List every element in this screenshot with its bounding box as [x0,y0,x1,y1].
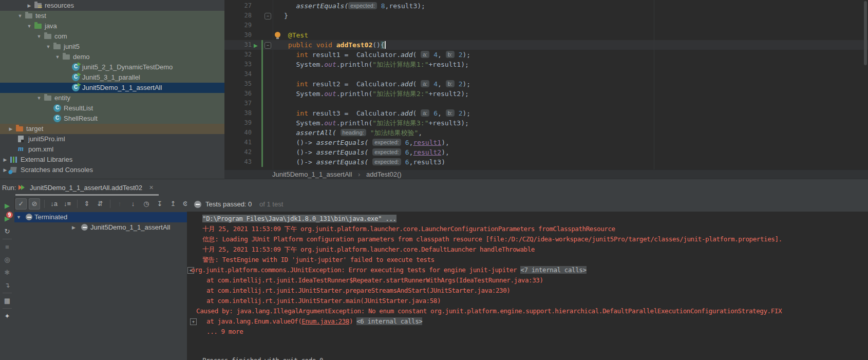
editor-line-32[interactable]: 32 int result1 = Calculator.add( a: 4, b… [224,50,868,60]
chevron-expanded-icon[interactable]: ▼ [17,11,23,21]
tree-item-scratches-and-consoles[interactable]: ▶Scratches and Consoles [0,165,224,175]
editor-scrollbar[interactable] [864,1,867,65]
show-passed-button[interactable]: ✓ [15,198,27,210]
tree-item-test[interactable]: ▼test [0,11,224,21]
rerun-button[interactable]: ▶ [0,200,14,212]
tree-item-resultlist[interactable]: CResultList [0,103,224,113]
attach-debugger-button[interactable]: ↴ [0,280,14,291]
line-number[interactable]: 30 [224,30,252,40]
stacktrace-link[interactable]: Enum.java:238 [301,317,349,325]
test-node-junit5demo-1-1-assertall[interactable]: ▶Junit5Demo_1_1_assertAll [14,222,187,233]
test-node-terminated[interactable]: ▼Terminated [14,212,187,222]
line-number[interactable]: 32 [224,50,252,60]
line-number[interactable]: 37 [224,99,252,108]
editor-line-39[interactable]: 39 System.out.println("加法计算结果3:"+result3… [224,118,868,128]
chevron-expanded-icon[interactable]: ▼ [45,42,51,52]
line-number[interactable]: 28 [224,11,252,21]
line-number[interactable]: 43 [224,157,252,167]
editor[interactable]: 27 assertEquals(expected: 8,result3);28−… [224,0,868,179]
rerun-failed-tests-button[interactable]: ▶9 [0,213,14,224]
editor-line-29[interactable]: 29 [224,21,868,30]
previous-failed-test-button[interactable]: ↑ [114,198,125,210]
chevron-expanded-icon[interactable]: ▼ [36,31,42,42]
breadcrumb-method[interactable]: addTest02() [366,170,402,178]
run-console[interactable]: "D:\Program Files\Java\jdk1.8.0_131\bin\… [187,212,868,360]
tree-item-resources[interactable]: ▶resources [0,1,224,11]
expand-stacktrace-icon[interactable]: + [190,318,197,325]
tree-item-junit5pro-iml[interactable]: junit5Pro.iml [0,134,224,144]
chevron-expanded-icon[interactable]: ▼ [16,212,21,222]
chevron-collapsed-icon[interactable]: ▶ [2,165,8,175]
show-ignored-button[interactable]: ⊘ [29,198,40,210]
line-number[interactable]: 40 [224,128,252,138]
test-history-button[interactable]: ◷ [141,198,152,210]
import-test-results-button[interactable]: ↧ [154,198,165,210]
tree-item-junit5[interactable]: ▼junit5 [0,42,224,52]
coverage-button[interactable]: ✱ [0,267,14,278]
line-number[interactable]: 33 [224,60,252,69]
editor-line-28[interactable]: 28−} [224,11,868,21]
fold-marker-icon[interactable]: − [265,13,271,20]
tree-item-entity[interactable]: ▼entity [0,93,224,103]
tree-item-com[interactable]: ▼com [0,31,224,42]
tree-item-junit5-2-1-dynamictestdemo[interactable]: Cjunit5_2_1_DynamicTestDemo [0,62,224,72]
tree-item-demo[interactable]: ▼demo [0,52,224,62]
tree-item-junit5demo-1-1-assertall[interactable]: CJunit5Demo_1_1_assertAll [0,83,224,93]
run-test-gutter-icon[interactable]: ▶ [254,41,258,50]
dump-threads-button[interactable]: ◎ [0,254,14,266]
close-tab-icon[interactable]: × [149,183,154,192]
tree-item-target[interactable]: ▶target [0,124,224,134]
editor-line-30[interactable]: 30 @Test [224,30,868,40]
line-number[interactable]: 42 [224,147,252,157]
editor-line-42[interactable]: 42 ()-> assertEquals( expected: 6,result… [224,147,868,157]
editor-line-27[interactable]: 27 assertEquals(expected: 8,result3); [224,1,868,11]
breadcrumb-class[interactable]: Junit5Demo_1_1_assertAll [272,170,352,178]
export-test-results-button[interactable]: ↥ [167,198,179,210]
editor-line-34[interactable]: 34 [224,69,868,79]
stop-button[interactable]: ■ [0,241,14,253]
tree-item-junit5-3-1-parallel[interactable]: CJunit5_3_1_parallel [0,72,224,83]
chevron-expanded-icon[interactable]: ▼ [36,93,42,103]
sort-by-duration-button[interactable]: ↓≡ [62,198,73,210]
chevron-collapsed-icon[interactable]: ▶ [2,155,8,165]
collapse-all-button[interactable]: ⇵ [95,198,106,210]
editor-line-41[interactable]: 41 ()-> assertEquals( expected: 6,result… [224,138,868,147]
chevron-collapsed-icon[interactable]: ▶ [72,222,76,233]
editor-line-40[interactable]: 40 assertAll( heading: "加法结果校验", [224,128,868,138]
editor-line-35[interactable]: 35 int result2 = Calculator.add( a: 4, b… [224,79,868,89]
next-failed-test-button[interactable]: ↓ [127,198,139,210]
console-text: at com.intellij.rt.junit.JUnitStarter.ma… [206,297,441,305]
fold-marker-icon[interactable]: − [265,42,271,49]
sort-alphabetically-button[interactable]: ↓a [48,198,60,210]
line-number[interactable]: 35 [224,79,252,89]
code-text: int result2 = Calculator.add( a: 4, b: 2… [284,79,470,89]
line-number[interactable]: 27 [224,1,252,11]
chevron-collapsed-icon[interactable]: ▶ [8,124,14,134]
line-number[interactable]: 38 [224,108,252,118]
restore-layout-button[interactable]: ▦ [0,295,14,307]
editor-line-37[interactable]: 37 [224,99,868,108]
expand-all-button[interactable]: ⇕ [81,198,92,210]
tree-item-shellresult[interactable]: CShellResult [0,113,224,124]
run-tab[interactable]: Junit5Demo_1_1_assertAll.addTest02 × [15,179,159,196]
editor-line-33[interactable]: 33 System.out.println("加法计算结果1:"+result1… [224,60,868,69]
chevron-expanded-icon[interactable]: ▼ [26,21,32,31]
editor-line-36[interactable]: 36 System.out.println("加法计算结果2:"+result2… [224,89,868,99]
line-number[interactable]: 41 [224,138,252,147]
line-number[interactable]: 36 [224,89,252,99]
tree-item-external-libraries[interactable]: ▶External Libraries [0,155,224,165]
toggle-auto-test-button[interactable]: ↻ [0,226,14,237]
line-number[interactable]: 39 [224,118,252,128]
tree-item-pom-xml[interactable]: mpom.xml [0,144,224,155]
intention-bulb-icon[interactable] [275,32,280,37]
editor-line-31[interactable]: 31▶− public void addTest02(){ [224,40,868,50]
chevron-collapsed-icon[interactable]: ▶ [26,1,32,11]
line-number[interactable]: 29 [224,21,252,30]
editor-line-38[interactable]: 38 int result3 = Calculator.add( a: 6, b… [224,108,868,118]
line-number[interactable]: 31 [224,40,252,50]
pin-tab-button[interactable]: ✦ [0,311,14,322]
tree-item-java[interactable]: ▼java [0,21,224,31]
line-number[interactable]: 34 [224,69,252,79]
editor-line-43[interactable]: 43 ()-> assertEquals( expected: 6,result… [224,157,868,167]
chevron-expanded-icon[interactable]: ▼ [54,52,61,62]
